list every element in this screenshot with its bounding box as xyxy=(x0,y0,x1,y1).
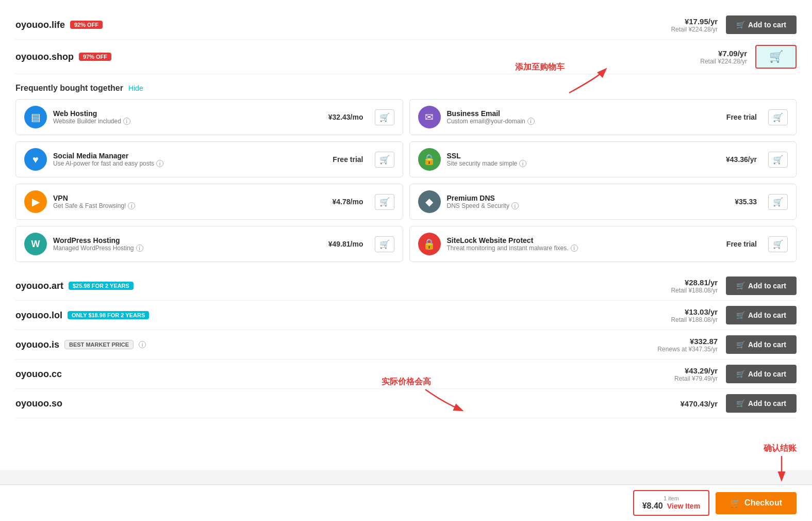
fbt-icon-ssl: 🔒 xyxy=(418,148,441,171)
add-to-cart-lol[interactable]: 🛒 Add to cart xyxy=(726,306,797,324)
fbt-icon-premium-dns: ◆ xyxy=(418,190,441,213)
fbt-cart-btn-premium-dns[interactable]: 🛒 xyxy=(768,194,788,210)
info-icon-premium-dns[interactable]: i xyxy=(511,202,519,209)
badge-life: 92% OFF xyxy=(70,21,103,29)
domain-name-is: oyouoo.is xyxy=(15,339,59,350)
info-icon-ssl[interactable]: i xyxy=(519,160,526,167)
domain-right-lol: ¥13.03/yr Retail ¥188.08/yr 🛒 Add to car… xyxy=(671,306,797,324)
fbt-cart-btn-social-media[interactable]: 🛒 xyxy=(375,152,394,168)
fbt-name-wp-hosting: WordPress Hosting xyxy=(53,236,322,245)
fbt-info-social-media: Social Media Manager Use AI-power for fa… xyxy=(53,152,326,167)
add-to-cart-is[interactable]: 🛒 Add to cart xyxy=(726,335,797,354)
fbt-desc-wp-hosting: Managed WordPress Hosting i xyxy=(53,245,322,252)
fbt-cart-btn-ssl[interactable]: 🛒 xyxy=(768,152,788,168)
fbt-card-web-hosting: ▤ Web Hosting Website Builder included i… xyxy=(15,99,403,135)
fbt-icon-sitelock: 🔒 xyxy=(418,233,441,255)
info-icon-biz-email[interactable]: i xyxy=(527,118,535,125)
domain-left-so: oyouoo.so xyxy=(15,398,62,409)
fbt-price-ssl: ¥43.36/yr xyxy=(726,155,757,164)
domain-left-cc: oyouoo.cc xyxy=(15,369,62,380)
domain-left: oyouoo.life 92% OFF xyxy=(15,20,103,30)
price-block-art: ¥28.81/yr Retail ¥188.08/yr xyxy=(671,278,718,294)
info-icon-wp-hosting[interactable]: i xyxy=(136,245,143,252)
domain-row-cc: oyouoo.cc ¥43.29/yr Retail ¥79.49/yr 🛒 A… xyxy=(15,360,797,389)
add-to-cart-life[interactable]: 🛒 Add to cart xyxy=(726,15,797,34)
fbt-name-vpn: VPN xyxy=(53,194,326,202)
fbt-name-biz-email: Business Email xyxy=(447,109,720,118)
fbt-card-ssl: 🔒 SSL Site security made simple i ¥43.36… xyxy=(409,141,797,177)
domain-row-art: oyouoo.art $25.98 FOR 2 YEARS ¥28.81/yr … xyxy=(15,271,797,301)
domain-name-shop: oyouoo.shop xyxy=(15,52,74,62)
domain-name-life: oyouoo.life xyxy=(15,20,65,30)
cart-icon-is: 🛒 xyxy=(736,340,745,349)
fbt-cart-btn-web-hosting[interactable]: 🛒 xyxy=(375,109,394,125)
price-block-is: ¥332.87 Renews at ¥347.35/yr xyxy=(657,337,718,353)
price-block-shop: ¥7.09/yr Retail ¥224.28/yr xyxy=(700,49,747,65)
domain-row-lol: oyouoo.lol ONLY $18.98 FOR 2 YEARS ¥13.0… xyxy=(15,301,797,330)
fbt-price-vpn: ¥4.78/mo xyxy=(333,198,363,206)
domain-row-is: oyouoo.is BEST MARKET PRICE i ¥332.87 Re… xyxy=(15,330,797,360)
fbt-desc-ssl: Site security made simple i xyxy=(447,160,720,167)
fbt-cart-btn-biz-email[interactable]: 🛒 xyxy=(768,109,788,125)
fbt-cart-btn-vpn[interactable]: 🛒 xyxy=(375,194,394,210)
price-retail-is: Renews at ¥347.35/yr xyxy=(657,346,718,353)
fbt-icon-social-media: ♥ xyxy=(24,148,47,171)
add-to-cart-life-label: Add to cart xyxy=(748,21,786,29)
fbt-cart-btn-wp-hosting[interactable]: 🛒 xyxy=(375,236,394,252)
domain-right-so: ¥470.43/yr 🛒 Add to cart xyxy=(681,394,797,413)
domain-left-art: oyouoo.art $25.98 FOR 2 YEARS xyxy=(15,281,134,291)
fbt-hide-link[interactable]: Hide xyxy=(128,84,143,92)
fbt-desc-social-media: Use AI-power for fast and easy posts i xyxy=(53,160,326,167)
price-main-cc: ¥43.29/yr xyxy=(674,366,718,375)
add-to-cart-so-label: Add to cart xyxy=(748,399,786,408)
fbt-icon-web-hosting: ▤ xyxy=(24,106,47,128)
fbt-card-vpn: ▶ VPN Get Safe & Fast Browsing! i ¥4.78/… xyxy=(15,184,403,220)
fbt-cart-btn-sitelock[interactable]: 🛒 xyxy=(768,236,788,252)
add-to-cart-lol-label: Add to cart xyxy=(748,311,786,319)
fbt-info-sitelock: SiteLock Website Protect Threat monitori… xyxy=(447,236,720,252)
fbt-icon-vpn: ▶ xyxy=(24,190,47,213)
domain-row-life: oyouoo.life 92% OFF ¥17.95/yr Retail ¥22… xyxy=(15,10,797,40)
add-to-cart-art[interactable]: 🛒 Add to cart xyxy=(726,276,797,295)
fbt-desc-vpn: Get Safe & Fast Browsing! i xyxy=(53,202,326,209)
cart-icon-so: 🛒 xyxy=(736,399,745,408)
fbt-price-premium-dns: ¥35.33 xyxy=(735,198,757,206)
badge-art: $25.98 FOR 2 YEARS xyxy=(69,282,134,290)
info-icon-sitelock[interactable]: i xyxy=(571,245,578,252)
add-to-cart-art-label: Add to cart xyxy=(748,282,786,290)
price-main-life: ¥17.95/yr xyxy=(671,17,718,26)
price-main-art: ¥28.81/yr xyxy=(671,278,718,287)
info-icon-web-hosting[interactable]: i xyxy=(123,118,130,125)
fbt-card-wp-hosting: W WordPress Hosting Managed WordPress Ho… xyxy=(15,226,403,262)
fbt-card-premium-dns: ◆ Premium DNS DNS Speed & Security i ¥35… xyxy=(409,184,797,220)
fbt-price-social-media: Free trial xyxy=(333,155,363,164)
fbt-card-sitelock: 🔒 SiteLock Website Protect Threat monito… xyxy=(409,226,797,262)
domain-left-shop: oyouoo.shop 97% OFF xyxy=(15,52,111,62)
domain-name-art: oyouoo.art xyxy=(15,281,63,291)
domain-right-shop: ¥7.09/yr Retail ¥224.28/yr 🛒 xyxy=(700,45,797,69)
domain-left-is: oyouoo.is BEST MARKET PRICE i xyxy=(15,339,146,350)
cart-icon-life: 🛒 xyxy=(736,21,745,29)
info-icon-social-media[interactable]: i xyxy=(156,160,163,167)
fbt-name-ssl: SSL xyxy=(447,152,720,160)
add-to-cart-shop[interactable]: 🛒 xyxy=(755,45,797,69)
fbt-desc-biz-email: Custom email@your-domain i xyxy=(447,118,720,125)
add-to-cart-so[interactable]: 🛒 Add to cart xyxy=(726,394,797,413)
fbt-price-wp-hosting: ¥49.81/mo xyxy=(328,240,363,248)
price-block-life: ¥17.95/yr Retail ¥224.28/yr xyxy=(671,17,718,33)
badge-is: BEST MARKET PRICE xyxy=(64,340,134,349)
fbt-card-biz-email: ✉ Business Email Custom email@your-domai… xyxy=(409,99,797,135)
price-main-is: ¥332.87 xyxy=(657,337,718,346)
price-main-lol: ¥13.03/yr xyxy=(671,307,718,316)
fbt-title: Frequently bought together xyxy=(15,84,123,93)
info-icon-is[interactable]: i xyxy=(139,341,146,348)
price-retail-shop: Retail ¥224.28/yr xyxy=(700,58,747,65)
info-icon-vpn[interactable]: i xyxy=(128,202,135,209)
add-to-cart-cc[interactable]: 🛒 Add to cart xyxy=(726,365,797,383)
fbt-name-sitelock: SiteLock Website Protect xyxy=(447,236,720,245)
domain-right: ¥17.95/yr Retail ¥224.28/yr 🛒 Add to car… xyxy=(671,15,797,34)
fbt-price-web-hosting: ¥32.43/mo xyxy=(328,113,363,121)
badge-shop: 97% OFF xyxy=(79,53,111,61)
fbt-info-web-hosting: Web Hosting Website Builder included i xyxy=(53,109,322,125)
fbt-price-sitelock: Free trial xyxy=(726,240,757,248)
